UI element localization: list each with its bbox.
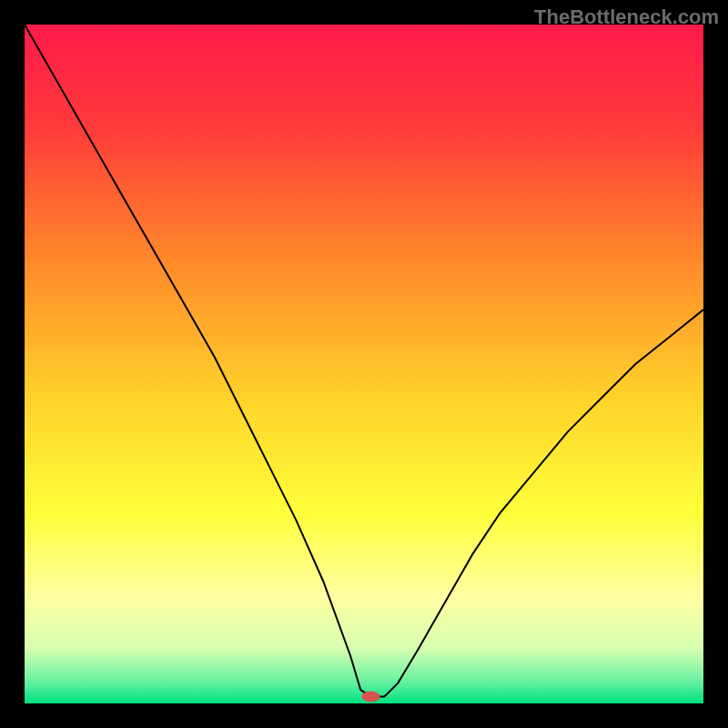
attribution-text: TheBottleneck.com (534, 5, 719, 29)
chart-container: TheBottleneck.com (0, 0, 728, 728)
curve-layer (25, 25, 703, 703)
bottleneck-curve (25, 25, 703, 697)
plot-area (25, 25, 703, 703)
optimal-point-marker (361, 692, 379, 703)
